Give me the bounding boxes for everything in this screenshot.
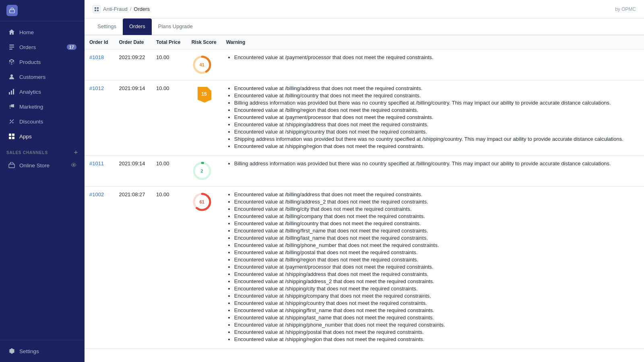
risk-score-cell: 41: [187, 49, 221, 80]
col-order-id: Order Id: [85, 35, 114, 49]
warning-item: Encountered value at /billing/country th…: [234, 93, 639, 99]
svg-rect-0: [10, 10, 14, 13]
online-store-visibility-icon[interactable]: [71, 162, 76, 169]
svg-point-9: [12, 122, 14, 123]
warning-item: Encountered value at /shipping/company t…: [234, 293, 639, 299]
col-warning: Warning: [221, 35, 644, 49]
warning-item: Encountered value at /shipping/region th…: [234, 336, 639, 342]
sidebar-logo: [0, 0, 85, 21]
warning-item: Encountered value at /payment/processor …: [234, 54, 639, 60]
breadcrumb-current: Orders: [134, 6, 150, 12]
warning-item: Encountered value at /billing/city that …: [234, 206, 639, 212]
svg-rect-20: [97, 10, 99, 11]
sidebar-item-home-label: Home: [19, 29, 34, 35]
total-price-cell: 10.00: [151, 80, 187, 156]
warning-item: Encountered value at /billing/address th…: [234, 85, 639, 91]
svg-rect-14: [12, 137, 14, 139]
marketing-icon: [8, 103, 15, 110]
warning-item: Encountered value at /shipping/country t…: [234, 300, 639, 306]
sidebar-bottom: Settings: [0, 340, 85, 362]
warning-item: Encountered value at /billing/address_2 …: [234, 199, 639, 205]
settings-icon: [8, 348, 15, 355]
warning-item: Billing address information was provided…: [234, 160, 639, 167]
breadcrumb-sep: /: [130, 6, 132, 12]
sidebar-item-products-label: Products: [19, 59, 41, 65]
table-row: #10122021:09:1410.00 15 Encountered valu…: [85, 80, 644, 156]
warning-item: Encountered value at /billing/region tha…: [234, 257, 639, 263]
table-row: #10112021:09:1410.00 2 Billing address i…: [85, 156, 644, 187]
sidebar-item-products[interactable]: Products: [2, 55, 83, 69]
tab-orders[interactable]: Orders: [123, 19, 152, 35]
online-store-label: Online Store: [19, 162, 50, 169]
warning-item: Encountered value at /shipping/address t…: [234, 121, 639, 128]
tabs: Settings Orders Plans Upgrade: [85, 19, 644, 35]
col-order-date: Order Date: [114, 35, 151, 49]
order-id-link[interactable]: #1002: [89, 191, 104, 197]
order-date-cell: 2021:08:27: [114, 187, 151, 349]
sidebar-item-apps-label: Apps: [19, 134, 32, 140]
main-content: Anti-Fraud / Orders by OPMC Settings Ord…: [85, 0, 644, 362]
svg-rect-3: [9, 49, 12, 49]
sidebar-item-home[interactable]: Home: [2, 25, 83, 39]
warning-item: Encountered value at /payment/processor …: [234, 114, 639, 120]
warning-item: Encountered value at /billing/company th…: [234, 213, 639, 219]
warning-cell: Encountered value at /billing/address th…: [221, 187, 644, 349]
sidebar: Home Orders 17 Products Customers: [0, 0, 85, 362]
warning-item: Encountered value at /shipping/address_2…: [234, 278, 639, 284]
svg-rect-2: [9, 47, 14, 47]
order-date-cell: 2021:09:14: [114, 80, 151, 156]
svg-rect-12: [12, 134, 14, 136]
tab-plans[interactable]: Plans Upgrade: [152, 19, 199, 35]
sidebar-item-customers[interactable]: Customers: [2, 70, 83, 84]
order-id-link[interactable]: #1012: [89, 85, 104, 91]
warning-item: Encountered value at /shipping/city that…: [234, 286, 639, 292]
sidebar-item-settings[interactable]: Settings: [2, 344, 83, 358]
sidebar-item-discounts[interactable]: Discounts: [2, 114, 83, 129]
total-price-cell: 10.00: [151, 187, 187, 349]
warning-item: Encountered value at /shipping/address t…: [234, 271, 639, 277]
sidebar-item-online-store[interactable]: Online Store: [2, 158, 83, 173]
warning-item: Encountered value at /billing/country th…: [234, 220, 639, 226]
svg-text:15: 15: [201, 91, 207, 97]
total-price-cell: 10.00: [151, 49, 187, 80]
topbar: Anti-Fraud / Orders by OPMC: [85, 0, 644, 19]
order-id-link[interactable]: #1018: [89, 54, 104, 60]
warning-item: Encountered value at /billing/region tha…: [234, 107, 639, 113]
warning-item: Shipping address information was provide…: [234, 136, 639, 142]
table-row: #10182021:09:2210.00 41 Encountered valu…: [85, 49, 644, 80]
warning-item: Encountered value at /shipping/country t…: [234, 129, 639, 135]
warning-item: Encountered value at /payment/processor …: [234, 264, 639, 270]
sidebar-item-orders[interactable]: Orders 17: [2, 40, 83, 54]
home-icon: [8, 29, 15, 36]
sidebar-item-analytics-label: Analytics: [19, 89, 41, 95]
sidebar-item-discounts-label: Discounts: [19, 119, 43, 125]
sidebar-item-analytics[interactable]: Analytics: [2, 84, 83, 99]
analytics-icon: [8, 88, 15, 95]
sidebar-item-apps[interactable]: Apps: [2, 129, 83, 144]
add-sales-channel-button[interactable]: +: [74, 149, 78, 156]
col-risk-score: Risk Score: [187, 35, 221, 49]
orders-table: Order Id Order Date Total Price Risk Sco…: [85, 35, 644, 349]
breadcrumb: Anti-Fraud / Orders: [93, 5, 150, 13]
warning-item: Encountered value at /shipping/postal th…: [234, 329, 639, 335]
tab-settings[interactable]: Settings: [91, 19, 123, 35]
svg-rect-17: [95, 7, 96, 9]
app-icon: [93, 5, 101, 13]
orders-badge: 17: [67, 44, 76, 50]
risk-score-cell: 61: [187, 187, 221, 349]
online-store-icon: [8, 162, 15, 169]
store-icon: [6, 5, 18, 16]
warning-item: Encountered value at /billing/address th…: [234, 191, 639, 197]
warning-item: Encountered value at /billing/first_name…: [234, 228, 639, 234]
svg-rect-7: [13, 89, 14, 95]
sidebar-item-marketing[interactable]: Marketing: [2, 99, 83, 114]
risk-score-cell: 15: [187, 80, 221, 156]
warning-cell: Billing address information was provided…: [221, 156, 644, 187]
warning-cell: Encountered value at /payment/processor …: [221, 49, 644, 80]
discounts-icon: [8, 118, 15, 125]
warning-item: Encountered value at /shipping/phone_num…: [234, 322, 639, 328]
order-id-link[interactable]: #1011: [89, 160, 104, 167]
risk-score-cell: 2: [187, 156, 221, 187]
customers-icon: [8, 73, 15, 80]
svg-rect-13: [9, 137, 11, 139]
